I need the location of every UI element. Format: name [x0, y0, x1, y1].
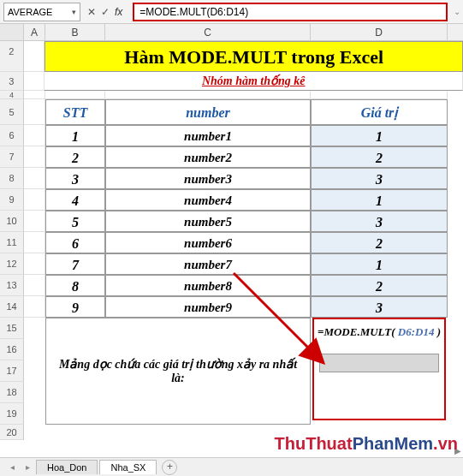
row-header[interactable]: 10	[0, 211, 24, 232]
callout-result-cell[interactable]	[319, 354, 439, 372]
cell[interactable]	[24, 125, 45, 146]
row-header[interactable]: 16	[0, 339, 24, 360]
expand-formula-icon[interactable]: ⌄	[454, 7, 460, 16]
tab-nha-sx[interactable]: Nha_SX	[99, 460, 157, 474]
cell[interactable]	[24, 232, 45, 253]
cell-value[interactable]: 3	[311, 211, 448, 232]
cell-number[interactable]: number3	[105, 168, 311, 189]
add-sheet-button[interactable]: +	[162, 460, 177, 475]
cell-number[interactable]: number1	[105, 125, 311, 146]
col-header-b[interactable]: B	[45, 24, 105, 40]
row-header[interactable]: 9	[0, 189, 24, 211]
cell-stt[interactable]: 8	[45, 275, 105, 296]
cell-value[interactable]: 2	[311, 232, 448, 253]
formula-bar-buttons: ✕ ✓ fx	[80, 6, 133, 18]
cell-stt[interactable]: 1	[45, 125, 105, 146]
fx-icon[interactable]: fx	[115, 6, 126, 18]
row-header[interactable]: 11	[0, 232, 24, 253]
row-header[interactable]: 14	[0, 296, 24, 318]
formula-bar: AVERAGE ▾ ✕ ✓ fx =MODE.MULT(D6:D14) ⌄	[0, 0, 463, 24]
tab-nav-first-icon[interactable]: ◂	[5, 462, 19, 472]
cell[interactable]	[24, 275, 45, 296]
row-header[interactable]: 2	[0, 41, 24, 72]
cell[interactable]	[24, 168, 45, 189]
row-header[interactable]: 15	[0, 318, 24, 339]
bottom-area: 15 16 17 18 19 20 Mảng dọc chứa các giá …	[0, 318, 463, 446]
dropdown-icon[interactable]: ▾	[72, 8, 76, 16]
subtitle-row: 3 Nhóm hàm thống kê	[0, 72, 463, 91]
cell[interactable]	[24, 253, 45, 275]
cell-stt[interactable]: 6	[45, 232, 105, 253]
cell-value[interactable]: 3	[311, 168, 448, 189]
watermark: ThuThuatPhanMem.vn	[275, 434, 458, 454]
row-header[interactable]: 13	[0, 275, 24, 296]
row-header[interactable]: 18	[0, 382, 24, 403]
header-number[interactable]: number	[105, 99, 311, 125]
header-stt[interactable]: STT	[45, 99, 105, 125]
cell-number[interactable]: number2	[105, 146, 311, 168]
accept-icon[interactable]: ✓	[101, 6, 110, 18]
cell-number[interactable]: number7	[105, 253, 311, 275]
row-header[interactable]: 17	[0, 360, 24, 382]
cell-stt[interactable]: 3	[45, 168, 105, 189]
col-header-a[interactable]: A	[24, 24, 45, 40]
cell[interactable]	[24, 91, 45, 99]
col-header-d[interactable]: D	[311, 24, 448, 40]
cell[interactable]	[311, 91, 448, 99]
row-header[interactable]: 3	[0, 72, 24, 91]
select-all-corner[interactable]	[0, 24, 24, 40]
cell[interactable]	[105, 91, 311, 99]
cell[interactable]	[24, 72, 45, 91]
name-box[interactable]: AVERAGE ▾	[3, 3, 80, 21]
sheet-tabs: ◂ ▸ Hoa_Don Nha_SX +	[0, 457, 463, 476]
row-header[interactable]: 19	[0, 403, 24, 425]
tab-nav-prev-icon[interactable]: ▸	[21, 462, 34, 472]
cancel-icon[interactable]: ✕	[87, 6, 96, 18]
cell-stt[interactable]: 2	[45, 146, 105, 168]
cell-value[interactable]: 2	[311, 275, 448, 296]
cell-number[interactable]: number4	[105, 189, 311, 211]
formula-callout: =MODE.MULT( D6:D14 )	[312, 318, 446, 420]
col-header-c[interactable]: C	[105, 24, 311, 40]
formula-input[interactable]: =MODE.MULT(D6:D14)	[133, 3, 448, 21]
cell-value[interactable]: 1	[311, 125, 448, 146]
merged-description[interactable]: Mảng dọc chứa các giá trị thường xảy ra …	[45, 318, 311, 425]
cell[interactable]	[45, 91, 105, 99]
page-title[interactable]: Hàm MODE.MULT trong Excel	[45, 41, 463, 72]
header-value[interactable]: Giá trị	[311, 99, 448, 125]
grid: 2 Hàm MODE.MULT trong Excel 3 Nhóm hàm t…	[0, 41, 463, 446]
cell[interactable]	[24, 189, 45, 211]
cell-number[interactable]: number5	[105, 211, 311, 232]
row-header[interactable]: 6	[0, 125, 24, 146]
callout-suffix: )	[434, 325, 441, 338]
cell-stt[interactable]: 9	[45, 296, 105, 318]
callout-formula[interactable]: =MODE.MULT( D6:D14 )	[314, 319, 444, 345]
cell-number[interactable]: number8	[105, 275, 311, 296]
row-header[interactable]: 5	[0, 99, 24, 125]
row-header[interactable]: 20	[0, 425, 24, 440]
callout-ref: D6:D14	[398, 325, 435, 338]
row-header[interactable]: 7	[0, 146, 24, 168]
cell-stt[interactable]: 4	[45, 189, 105, 211]
row-header[interactable]: 4	[0, 91, 24, 99]
cell-value[interactable]: 1	[311, 253, 448, 275]
title-row: 2 Hàm MODE.MULT trong Excel	[0, 41, 463, 72]
subtitle[interactable]: Nhóm hàm thống kê	[45, 72, 463, 91]
cell-value[interactable]: 2	[311, 146, 448, 168]
cell-number[interactable]: number9	[105, 296, 311, 318]
cell-value[interactable]: 1	[311, 189, 448, 211]
watermark-c: .vn	[433, 434, 458, 453]
cell-stt[interactable]: 7	[45, 253, 105, 275]
cell[interactable]	[24, 41, 45, 72]
table-header-row: 5 STT number Giá trị	[0, 99, 463, 125]
cell-stt[interactable]: 5	[45, 211, 105, 232]
tab-hoa-don[interactable]: Hoa_Don	[36, 460, 98, 474]
cell[interactable]	[24, 296, 45, 318]
cell-value[interactable]: 3	[311, 296, 448, 318]
row-header[interactable]: 8	[0, 168, 24, 189]
row-header[interactable]: 12	[0, 253, 24, 275]
cell[interactable]	[24, 146, 45, 168]
cell[interactable]	[24, 99, 45, 125]
cell[interactable]	[24, 211, 45, 232]
cell-number[interactable]: number6	[105, 232, 311, 253]
